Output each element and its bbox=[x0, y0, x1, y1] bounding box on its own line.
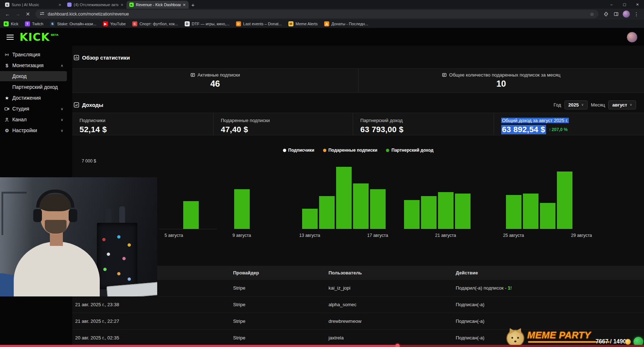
table-header-row: ПровайдерПользовательДействие bbox=[72, 266, 644, 280]
chevron-down-icon: ∨ bbox=[61, 129, 63, 133]
stop-loading-icon[interactable]: ✕ bbox=[23, 9, 33, 19]
user-avatar[interactable] bbox=[627, 32, 637, 43]
sidebar-item-label: Достижения bbox=[12, 95, 41, 101]
month-value: август bbox=[612, 102, 627, 108]
sidebar-item-stream[interactable]: Трансляция bbox=[0, 49, 67, 60]
chart-bar-day-27[interactable] bbox=[540, 203, 555, 229]
legend-label: Партнерский доход bbox=[391, 148, 433, 153]
bookmark-star-icon[interactable]: ☆ bbox=[590, 12, 594, 17]
revenue-title-text: Доходы bbox=[82, 102, 103, 108]
bookmark-label: Meme Alerts bbox=[296, 22, 318, 26]
extensions-icon[interactable] bbox=[601, 9, 611, 19]
chart-bar-day-17[interactable] bbox=[370, 189, 386, 229]
close-window-button[interactable]: ✕ bbox=[631, 0, 644, 9]
table-header-cell: Действие bbox=[456, 270, 478, 276]
year-dropdown[interactable]: 2025 ∨ bbox=[564, 100, 588, 109]
stat-card: Общее количество подаренных подписок за … bbox=[359, 69, 644, 92]
bookmark-label: Last events – Donat... bbox=[243, 22, 282, 26]
sidebar-item-settings[interactable]: ⚙Настройки∨ bbox=[0, 125, 67, 135]
url-text[interactable]: dashboard.kick.com/monetization/revenue bbox=[48, 12, 587, 17]
progress-bar-handle[interactable] bbox=[395, 344, 400, 347]
browser-menu-icon[interactable]: ⋮ bbox=[632, 9, 641, 19]
stat-value: 46 bbox=[210, 79, 220, 89]
chart-bar-day-16[interactable] bbox=[353, 183, 369, 229]
stats-overview-icon bbox=[74, 55, 79, 60]
cell-user: jaxtrela bbox=[329, 335, 344, 341]
x-axis-tick-label: 25 августа bbox=[503, 233, 524, 238]
side-panel-icon[interactable] bbox=[611, 9, 621, 19]
chart-bar-day-25[interactable] bbox=[506, 195, 521, 229]
chart-bar-day-22[interactable] bbox=[455, 194, 471, 229]
year-value: 2025 bbox=[568, 102, 579, 108]
table-row: Stripekai_iz_jopiПодарил(-а) подписок - … bbox=[72, 280, 644, 296]
new-tab-button[interactable]: + bbox=[189, 1, 197, 9]
screen: SSuno | AI Music✕(4) Отслеживаемые актив… bbox=[0, 0, 644, 347]
browser-tab[interactable]: (4) Отслеживаемые активн...✕ bbox=[64, 1, 126, 9]
tab-close-icon[interactable]: ✕ bbox=[59, 3, 61, 7]
table-row: 21 авг. 2025 г., 22:27Stripedrewbrewmeow… bbox=[72, 313, 644, 330]
revenue-stat-label: Подписчики bbox=[80, 118, 106, 123]
x-axis-tick-label: 17 августа bbox=[367, 233, 388, 238]
tab-close-icon[interactable]: ✕ bbox=[183, 3, 186, 7]
chart-bar-day-9[interactable] bbox=[234, 189, 250, 229]
chart-bar-day-20[interactable] bbox=[421, 196, 437, 229]
chart-bar-day-6[interactable] bbox=[183, 201, 199, 229]
app-header: KICK BETA bbox=[0, 28, 644, 46]
kick-logo[interactable]: KICK bbox=[20, 32, 50, 43]
table-header-cell: Пользователь bbox=[329, 270, 362, 276]
sidebar-item-monetization[interactable]: $Монетизация∧ bbox=[0, 60, 67, 70]
chart-bar-day-15[interactable] bbox=[336, 167, 352, 229]
minimize-button[interactable]: – bbox=[605, 0, 618, 9]
browser-tab[interactable]: SSuno | AI Music✕ bbox=[2, 1, 64, 9]
subscription-icon bbox=[442, 73, 447, 77]
legend-item: Партнерский доход bbox=[386, 148, 433, 153]
bookmark-item[interactable]: SStake: Онлайн-кази... bbox=[50, 21, 96, 26]
browser-tab[interactable]: KRevenue - Kick Dashboard✕ bbox=[126, 1, 189, 9]
sidebar-item-studio[interactable]: Студия∨ bbox=[0, 104, 67, 114]
bookmark-favicon: D bbox=[236, 21, 241, 26]
sidebar-item-partner-revenue[interactable]: Партнерский доход bbox=[0, 82, 67, 92]
meme-party-counter: 7667 / 14900 bbox=[596, 338, 629, 345]
sidebar-item-label: Канал bbox=[12, 117, 27, 122]
bookmark-item[interactable]: ССпорт: футбол, хок... bbox=[132, 21, 178, 26]
cell-user: kai_iz_jopi bbox=[329, 285, 351, 291]
chart-bar-day-14[interactable] bbox=[319, 196, 335, 229]
month-dropdown[interactable]: август ∨ bbox=[608, 100, 636, 109]
bookmark-item[interactable]: MMeme Alerts bbox=[288, 21, 318, 26]
tabs-container: SSuno | AI Music✕(4) Отслеживаемые актив… bbox=[0, 0, 189, 9]
webcam-headphone-cup bbox=[69, 209, 77, 222]
cell-date: 21 авг. 2025 г., 22:27 bbox=[75, 318, 119, 324]
legend-dot bbox=[386, 149, 389, 152]
back-icon[interactable]: ← bbox=[3, 9, 12, 19]
tab-close-icon[interactable]: ✕ bbox=[121, 3, 124, 7]
chart-bar-day-13[interactable] bbox=[302, 209, 318, 229]
bookmark-item[interactable]: DDTF — игры, кино,... bbox=[185, 21, 229, 26]
revenue-stat-value: 47,40 $ bbox=[221, 125, 248, 134]
revenue-delta: ↑207,0 % bbox=[549, 127, 568, 132]
bookmark-item[interactable]: KKick bbox=[4, 21, 18, 26]
profile-avatar[interactable] bbox=[622, 9, 631, 19]
up-arrow-icon: ↑ bbox=[549, 127, 551, 132]
sidebar-item-revenue[interactable]: Доход bbox=[0, 71, 67, 81]
hamburger-menu-icon[interactable] bbox=[7, 35, 14, 40]
sidebar-item-channel[interactable]: Канал∨ bbox=[0, 114, 67, 125]
channel-icon bbox=[4, 117, 9, 122]
overview-stats-band: Активные подписки46Общее количество пода… bbox=[72, 68, 644, 93]
chevron-down-icon: ∨ bbox=[61, 107, 63, 111]
bookmark-item[interactable]: DLast events – Donat... bbox=[236, 21, 282, 26]
bookmark-item[interactable]: ▶YouTube bbox=[103, 21, 126, 26]
address-bar[interactable]: dashboard.kick.com/monetization/revenue … bbox=[35, 10, 598, 18]
forward-icon[interactable]: → bbox=[13, 9, 22, 19]
bookmark-label: Stake: Онлайн-кази... bbox=[57, 22, 96, 26]
chart-bar-day-28[interactable] bbox=[557, 172, 572, 229]
webcam-headphones-band bbox=[36, 190, 74, 208]
site-info-icon[interactable] bbox=[40, 11, 44, 17]
sidebar-item-achievements[interactable]: ★Достижения bbox=[0, 93, 67, 103]
bookmark-item[interactable]: ДДонаты - Последн... bbox=[324, 21, 368, 26]
chart-bar-day-21[interactable] bbox=[438, 192, 454, 229]
chart-bar-day-19[interactable] bbox=[404, 200, 420, 229]
maximize-button[interactable]: ▢ bbox=[618, 0, 631, 9]
bookmark-item[interactable]: TTwitch bbox=[25, 21, 43, 26]
revenue-stat-value-row: 63 892,54 $↑207,0 % bbox=[501, 125, 644, 134]
chart-bar-day-26[interactable] bbox=[523, 194, 538, 229]
